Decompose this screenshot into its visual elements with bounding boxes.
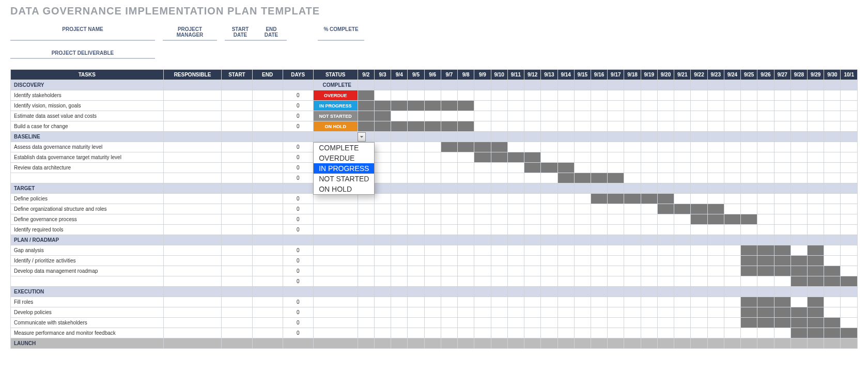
gantt-bar[interactable] — [424, 101, 441, 111]
end-cell[interactable] — [252, 328, 283, 338]
gantt-bar[interactable] — [774, 245, 791, 256]
task-label[interactable] — [11, 173, 164, 183]
status-dropdown-option[interactable]: ON HOLD — [314, 184, 374, 194]
days-cell[interactable]: 0 — [283, 245, 313, 256]
start-cell[interactable] — [222, 256, 252, 266]
status-cell[interactable] — [313, 328, 358, 338]
responsible-cell[interactable] — [163, 163, 222, 173]
gantt-bar[interactable] — [707, 214, 724, 225]
status-cell[interactable] — [313, 266, 358, 276]
gantt-bar[interactable] — [808, 266, 824, 276]
gantt-bar[interactable] — [791, 318, 807, 328]
start-cell[interactable] — [222, 328, 252, 338]
responsible-cell[interactable] — [163, 173, 222, 183]
gantt-bar[interactable] — [608, 194, 624, 204]
task-label[interactable]: Assess data governance maturity level — [11, 142, 164, 152]
gantt-bar[interactable] — [391, 101, 408, 111]
responsible-cell[interactable] — [163, 276, 222, 287]
start-cell[interactable] — [222, 214, 252, 225]
gantt-bar[interactable] — [358, 90, 374, 101]
gantt-bar[interactable] — [808, 245, 824, 256]
responsible-cell[interactable] — [163, 328, 222, 338]
responsible-cell[interactable] — [163, 214, 222, 225]
gantt-bar[interactable] — [358, 101, 374, 111]
gantt-bar[interactable] — [491, 152, 507, 163]
task-label[interactable]: Identify stakeholders — [11, 90, 164, 101]
task-label[interactable]: Fill roles — [11, 297, 164, 307]
end-cell[interactable] — [252, 307, 283, 318]
gantt-bar[interactable] — [608, 173, 624, 183]
days-cell[interactable]: 0 — [283, 256, 313, 266]
gantt-bar[interactable] — [774, 266, 791, 276]
end-cell[interactable] — [252, 111, 283, 121]
gantt-bar[interactable] — [524, 152, 541, 163]
start-cell[interactable] — [222, 194, 252, 204]
responsible-cell[interactable] — [163, 194, 222, 204]
start-cell[interactable] — [222, 245, 252, 256]
gantt-bar[interactable] — [791, 276, 807, 287]
responsible-cell[interactable] — [163, 152, 222, 163]
responsible-cell[interactable] — [163, 297, 222, 307]
days-cell[interactable]: 0 — [283, 111, 313, 121]
status-cell[interactable] — [313, 194, 358, 204]
status-cell[interactable]: ON HOLD — [313, 121, 358, 132]
task-label[interactable] — [11, 276, 164, 287]
end-cell[interactable] — [252, 297, 283, 307]
task-label[interactable]: Gap analysis — [11, 245, 164, 256]
gantt-bar[interactable] — [541, 163, 557, 173]
task-label[interactable]: Identify / prioritize activities — [11, 256, 164, 266]
status-cell[interactable] — [313, 204, 358, 214]
gantt-bar[interactable] — [474, 152, 491, 163]
gantt-bar[interactable] — [391, 121, 408, 132]
days-cell[interactable]: 0 — [283, 328, 313, 338]
responsible-cell[interactable] — [163, 121, 222, 132]
end-cell[interactable] — [252, 121, 283, 132]
start-cell[interactable] — [222, 121, 252, 132]
task-label[interactable]: Develop policies — [11, 307, 164, 318]
gantt-bar[interactable] — [757, 318, 774, 328]
end-cell[interactable] — [252, 173, 283, 183]
gantt-bar[interactable] — [458, 142, 474, 152]
gantt-bar[interactable] — [358, 111, 374, 121]
gantt-bar[interactable] — [741, 307, 757, 318]
status-dropdown-trigger[interactable] — [358, 132, 366, 142]
end-cell[interactable] — [252, 194, 283, 204]
task-label[interactable]: Define policies — [11, 194, 164, 204]
gantt-bar[interactable] — [741, 256, 757, 266]
status-cell[interactable] — [313, 214, 358, 225]
gantt-bar[interactable] — [741, 214, 757, 225]
responsible-cell[interactable] — [163, 307, 222, 318]
end-cell[interactable] — [252, 152, 283, 163]
status-cell[interactable]: OVERDUE — [313, 90, 358, 101]
gantt-bar[interactable] — [641, 194, 657, 204]
days-cell[interactable]: 0 — [283, 173, 313, 183]
start-cell[interactable] — [222, 142, 252, 152]
meta-pct-complete[interactable]: % COMPLETE — [318, 24, 364, 41]
status-dropdown-option[interactable]: NOT STARTED — [314, 174, 374, 184]
responsible-cell[interactable] — [163, 225, 222, 235]
gantt-bar[interactable] — [791, 256, 807, 266]
task-label[interactable]: Build a case for change — [11, 121, 164, 132]
gantt-bar[interactable] — [424, 121, 441, 132]
gantt-bar[interactable] — [757, 266, 774, 276]
task-label[interactable]: Review data architecture — [11, 163, 164, 173]
days-cell[interactable]: 0 — [283, 297, 313, 307]
task-label[interactable]: Identify required tools — [11, 225, 164, 235]
days-cell[interactable]: 0 — [283, 214, 313, 225]
start-cell[interactable] — [222, 266, 252, 276]
task-label[interactable]: Communicate with stakeholders — [11, 318, 164, 328]
gantt-bar[interactable] — [474, 142, 491, 152]
end-cell[interactable] — [252, 101, 283, 111]
gantt-bar[interactable] — [691, 204, 707, 214]
gantt-bar[interactable] — [374, 121, 391, 132]
gantt-bar[interactable] — [757, 307, 774, 318]
gantt-bar[interactable] — [841, 328, 858, 338]
gantt-bar[interactable] — [458, 101, 474, 111]
gantt-bar[interactable] — [791, 307, 807, 318]
task-label[interactable]: Identify vision, mission, goals — [11, 101, 164, 111]
status-dropdown-option[interactable]: OVERDUE — [314, 153, 374, 163]
days-cell[interactable]: 0 — [283, 307, 313, 318]
status-cell[interactable] — [313, 318, 358, 328]
end-cell[interactable] — [252, 266, 283, 276]
days-cell[interactable]: 0 — [283, 266, 313, 276]
